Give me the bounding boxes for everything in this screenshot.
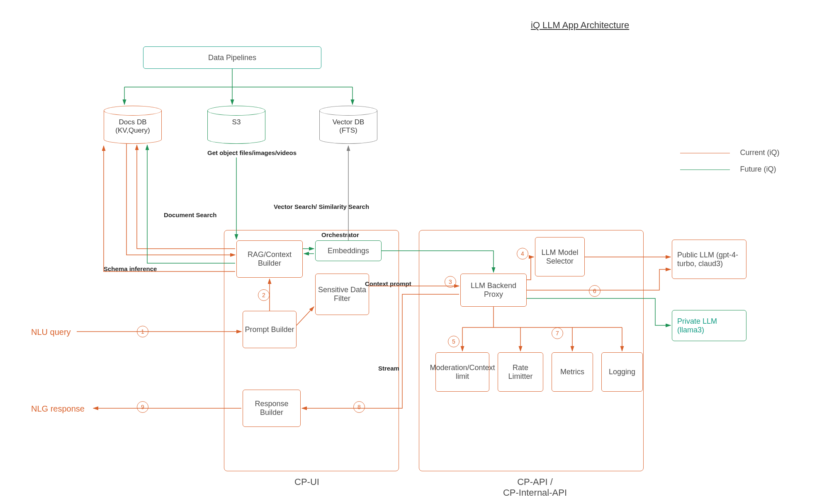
cyl-s3-label: S3 bbox=[207, 118, 265, 126]
cp-api-label: CP-API / CP-Internal-API bbox=[489, 477, 581, 498]
legend-current-label: Current (iQ) bbox=[740, 148, 779, 157]
box-llm-model-selector: LLM Model Selector bbox=[535, 237, 585, 276]
edge-stream: Stream bbox=[378, 365, 399, 372]
edge-vector-search: Vector Search/ Similarity Search bbox=[274, 203, 369, 210]
step-2: 2 bbox=[258, 289, 270, 301]
box-data-pipelines: Data Pipelines bbox=[143, 46, 321, 69]
cp-ui-label: CP-UI bbox=[294, 477, 319, 487]
diagram-title: iQ LLM App Architecture bbox=[531, 20, 629, 31]
step-8: 8 bbox=[353, 401, 365, 413]
step-3: 3 bbox=[445, 276, 456, 288]
container-cp-api bbox=[419, 230, 644, 471]
step-9: 9 bbox=[137, 401, 148, 413]
cyl-docs-db: Docs DB (KV,Query) bbox=[104, 106, 162, 144]
io-nlg-response: NLG response bbox=[31, 404, 85, 414]
edge-context-prompt: Context prompt bbox=[365, 280, 411, 287]
orchestrator-label: Orchestrator bbox=[321, 231, 359, 238]
edge-schema-inference: Schema inference bbox=[104, 265, 157, 272]
step-6: 6 bbox=[589, 285, 600, 297]
edge-document-search: Document Search bbox=[164, 211, 217, 218]
box-metrics: Metrics bbox=[552, 352, 593, 392]
step-1: 1 bbox=[137, 326, 148, 337]
cyl-docs-db-label: Docs DB (KV,Query) bbox=[104, 118, 162, 135]
box-prompt-builder: Prompt Builder bbox=[243, 311, 297, 348]
cyl-s3: S3 bbox=[207, 106, 265, 144]
box-response-builder: Response Builder bbox=[243, 390, 301, 427]
box-private-llm: Private LLM (llama3) bbox=[672, 310, 746, 341]
cyl-vector-db-label: Vector DB (FTS) bbox=[319, 118, 377, 135]
box-rag-context-builder: RAG/Context Builder bbox=[236, 240, 303, 278]
box-moderation: Moderation/Context limit bbox=[435, 352, 489, 392]
box-embeddings: Embeddings bbox=[315, 240, 382, 261]
cyl-vector-db: Vector DB (FTS) bbox=[319, 106, 377, 144]
box-llm-backend-proxy: LLM Backend Proxy bbox=[460, 274, 527, 307]
legend-future: Future (iQ) bbox=[680, 165, 776, 174]
legend-future-label: Future (iQ) bbox=[740, 165, 776, 173]
box-sensitive-data-filter: Sensitive Data Filter bbox=[315, 274, 369, 315]
step-4: 4 bbox=[517, 248, 528, 259]
step-7: 7 bbox=[552, 327, 563, 339]
io-nlu-query: NLU query bbox=[31, 327, 71, 337]
step-5: 5 bbox=[448, 336, 459, 347]
s3-caption: Get object files/images/videos bbox=[207, 149, 297, 156]
box-public-llm: Public LLM (gpt-4-turbo, claud3) bbox=[672, 240, 746, 279]
box-logging: Logging bbox=[601, 352, 643, 392]
legend-current: Current (iQ) bbox=[680, 148, 779, 157]
box-rate-limiter: Rate Limitter bbox=[498, 352, 543, 392]
